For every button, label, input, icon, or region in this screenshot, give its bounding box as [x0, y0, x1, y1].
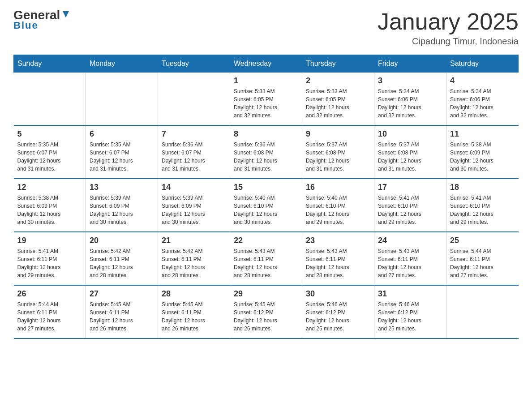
day-info: Sunrise: 5:37 AM Sunset: 6:08 PM Dayligh… — [378, 141, 442, 173]
day-cell: 27Sunrise: 5:45 AM Sunset: 6:11 PM Dayli… — [86, 285, 158, 338]
day-cell: 13Sunrise: 5:39 AM Sunset: 6:09 PM Dayli… — [86, 179, 158, 232]
day-info: Sunrise: 5:34 AM Sunset: 6:06 PM Dayligh… — [450, 87, 515, 120]
day-info: Sunrise: 5:39 AM Sunset: 6:09 PM Dayligh… — [90, 194, 154, 226]
day-cell: 7Sunrise: 5:36 AM Sunset: 6:07 PM Daylig… — [158, 125, 230, 179]
week-row-1: 1Sunrise: 5:33 AM Sunset: 6:05 PM Daylig… — [14, 73, 519, 126]
day-info: Sunrise: 5:41 AM Sunset: 6:10 PM Dayligh… — [378, 194, 442, 226]
day-number: 16 — [306, 183, 370, 192]
day-number: 4 — [450, 76, 515, 86]
day-number: 2 — [306, 76, 370, 86]
day-number: 8 — [234, 129, 298, 139]
day-number: 13 — [90, 183, 154, 192]
day-cell: 6Sunrise: 5:35 AM Sunset: 6:07 PM Daylig… — [86, 125, 158, 179]
day-number: 15 — [234, 183, 298, 192]
month-title: January 2025 — [378, 9, 519, 34]
day-number: 18 — [450, 183, 515, 192]
header-cell-tuesday: Tuesday — [158, 55, 230, 73]
day-cell — [446, 285, 519, 338]
day-number: 5 — [17, 129, 82, 139]
calendar-body: 1Sunrise: 5:33 AM Sunset: 6:05 PM Daylig… — [14, 73, 519, 339]
svg-marker-0 — [63, 11, 69, 17]
week-row-3: 12Sunrise: 5:38 AM Sunset: 6:09 PM Dayli… — [14, 179, 519, 232]
day-number: 12 — [17, 183, 82, 192]
day-number: 28 — [162, 289, 226, 299]
day-number: 21 — [162, 236, 226, 245]
day-cell: 9Sunrise: 5:37 AM Sunset: 6:08 PM Daylig… — [302, 125, 374, 179]
page-header: General Blue January 2025 Cipadung Timur… — [13, 9, 519, 47]
day-info: Sunrise: 5:35 AM Sunset: 6:07 PM Dayligh… — [17, 141, 82, 173]
logo-arrow-icon — [61, 9, 71, 19]
day-cell: 22Sunrise: 5:43 AM Sunset: 6:11 PM Dayli… — [230, 232, 302, 285]
day-number: 27 — [90, 289, 154, 299]
day-info: Sunrise: 5:43 AM Sunset: 6:11 PM Dayligh… — [234, 247, 298, 279]
day-number: 29 — [234, 289, 298, 299]
header-cell-wednesday: Wednesday — [230, 55, 302, 73]
day-info: Sunrise: 5:44 AM Sunset: 6:11 PM Dayligh… — [17, 300, 82, 333]
day-cell: 2Sunrise: 5:33 AM Sunset: 6:05 PM Daylig… — [302, 73, 374, 126]
day-info: Sunrise: 5:40 AM Sunset: 6:10 PM Dayligh… — [306, 194, 370, 226]
day-cell: 3Sunrise: 5:34 AM Sunset: 6:06 PM Daylig… — [374, 73, 446, 126]
week-row-5: 26Sunrise: 5:44 AM Sunset: 6:11 PM Dayli… — [14, 285, 519, 338]
day-number: 7 — [162, 129, 226, 139]
day-cell: 31Sunrise: 5:46 AM Sunset: 6:12 PM Dayli… — [374, 285, 446, 338]
day-cell: 21Sunrise: 5:42 AM Sunset: 6:11 PM Dayli… — [158, 232, 230, 285]
day-info: Sunrise: 5:42 AM Sunset: 6:11 PM Dayligh… — [90, 247, 154, 279]
day-info: Sunrise: 5:46 AM Sunset: 6:12 PM Dayligh… — [378, 300, 442, 333]
day-cell: 28Sunrise: 5:45 AM Sunset: 6:11 PM Dayli… — [158, 285, 230, 338]
day-number: 19 — [17, 236, 82, 245]
day-info: Sunrise: 5:38 AM Sunset: 6:09 PM Dayligh… — [450, 141, 515, 173]
day-info: Sunrise: 5:37 AM Sunset: 6:08 PM Dayligh… — [306, 141, 370, 173]
header-cell-thursday: Thursday — [302, 55, 374, 73]
day-info: Sunrise: 5:46 AM Sunset: 6:12 PM Dayligh… — [306, 300, 370, 333]
logo-text-blue: Blue — [13, 20, 39, 31]
day-number: 20 — [90, 236, 154, 245]
week-row-2: 5Sunrise: 5:35 AM Sunset: 6:07 PM Daylig… — [14, 125, 519, 179]
day-info: Sunrise: 5:39 AM Sunset: 6:09 PM Dayligh… — [162, 194, 226, 226]
day-cell — [86, 73, 158, 126]
location-label: Cipadung Timur, Indonesia — [378, 36, 519, 47]
day-info: Sunrise: 5:36 AM Sunset: 6:07 PM Dayligh… — [162, 141, 226, 173]
day-number: 24 — [378, 236, 442, 245]
logo: General Blue — [13, 9, 71, 31]
title-section: January 2025 Cipadung Timur, Indonesia — [378, 9, 519, 47]
day-cell: 15Sunrise: 5:40 AM Sunset: 6:10 PM Dayli… — [230, 179, 302, 232]
day-info: Sunrise: 5:38 AM Sunset: 6:09 PM Dayligh… — [17, 194, 82, 226]
calendar-table: SundayMondayTuesdayWednesdayThursdayFrid… — [13, 55, 519, 339]
day-cell: 1Sunrise: 5:33 AM Sunset: 6:05 PM Daylig… — [230, 73, 302, 126]
day-cell: 10Sunrise: 5:37 AM Sunset: 6:08 PM Dayli… — [374, 125, 446, 179]
day-number: 3 — [378, 76, 442, 86]
day-cell: 26Sunrise: 5:44 AM Sunset: 6:11 PM Dayli… — [14, 285, 86, 338]
day-info: Sunrise: 5:45 AM Sunset: 6:11 PM Dayligh… — [162, 300, 226, 333]
day-info: Sunrise: 5:35 AM Sunset: 6:07 PM Dayligh… — [90, 141, 154, 173]
day-cell: 20Sunrise: 5:42 AM Sunset: 6:11 PM Dayli… — [86, 232, 158, 285]
day-number: 25 — [450, 236, 515, 245]
header-cell-sunday: Sunday — [14, 55, 86, 73]
day-cell: 25Sunrise: 5:44 AM Sunset: 6:11 PM Dayli… — [446, 232, 519, 285]
day-info: Sunrise: 5:41 AM Sunset: 6:10 PM Dayligh… — [450, 194, 515, 226]
day-cell: 16Sunrise: 5:40 AM Sunset: 6:10 PM Dayli… — [302, 179, 374, 232]
day-number: 23 — [306, 236, 370, 245]
header-row: SundayMondayTuesdayWednesdayThursdayFrid… — [14, 55, 519, 73]
header-cell-saturday: Saturday — [446, 55, 519, 73]
day-info: Sunrise: 5:43 AM Sunset: 6:11 PM Dayligh… — [378, 247, 442, 279]
day-cell: 12Sunrise: 5:38 AM Sunset: 6:09 PM Dayli… — [14, 179, 86, 232]
calendar-header: SundayMondayTuesdayWednesdayThursdayFrid… — [14, 55, 519, 73]
day-cell: 29Sunrise: 5:45 AM Sunset: 6:12 PM Dayli… — [230, 285, 302, 338]
header-cell-friday: Friday — [374, 55, 446, 73]
day-cell: 23Sunrise: 5:43 AM Sunset: 6:11 PM Dayli… — [302, 232, 374, 285]
day-cell: 14Sunrise: 5:39 AM Sunset: 6:09 PM Dayli… — [158, 179, 230, 232]
day-info: Sunrise: 5:41 AM Sunset: 6:11 PM Dayligh… — [17, 247, 82, 279]
day-number: 1 — [234, 76, 298, 86]
day-number: 31 — [378, 289, 442, 299]
day-cell: 24Sunrise: 5:43 AM Sunset: 6:11 PM Dayli… — [374, 232, 446, 285]
day-info: Sunrise: 5:33 AM Sunset: 6:05 PM Dayligh… — [234, 87, 298, 120]
day-info: Sunrise: 5:45 AM Sunset: 6:11 PM Dayligh… — [90, 300, 154, 333]
day-cell: 11Sunrise: 5:38 AM Sunset: 6:09 PM Dayli… — [446, 125, 519, 179]
day-info: Sunrise: 5:45 AM Sunset: 6:12 PM Dayligh… — [234, 300, 298, 333]
day-number: 14 — [162, 183, 226, 192]
day-number: 6 — [90, 129, 154, 139]
day-info: Sunrise: 5:36 AM Sunset: 6:08 PM Dayligh… — [234, 141, 298, 173]
day-cell: 17Sunrise: 5:41 AM Sunset: 6:10 PM Dayli… — [374, 179, 446, 232]
day-cell: 30Sunrise: 5:46 AM Sunset: 6:12 PM Dayli… — [302, 285, 374, 338]
day-info: Sunrise: 5:44 AM Sunset: 6:11 PM Dayligh… — [450, 247, 515, 279]
